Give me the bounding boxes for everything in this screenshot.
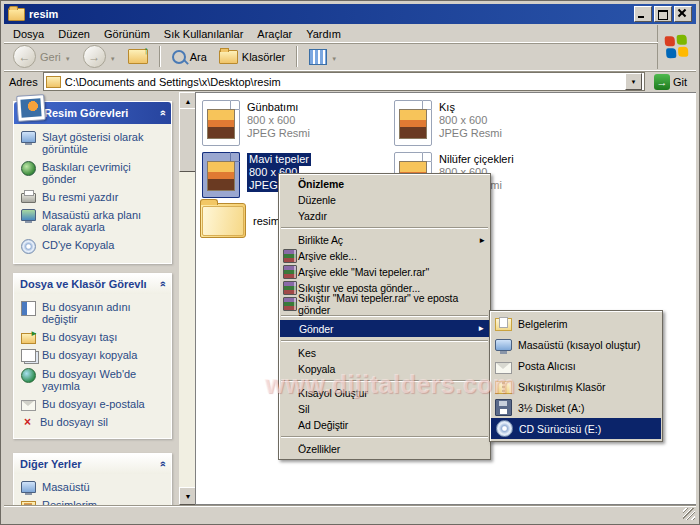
maximize-button[interactable] — [654, 6, 672, 22]
menu-item-open-with[interactable]: Birlikte Aç — [279, 232, 490, 248]
sendto-mail-recipient[interactable]: Posta Alıcısı — [490, 355, 662, 376]
winrar-icon — [283, 265, 297, 279]
file-kis[interactable]: Kış 800 x 600 JPEG Resmi — [394, 100, 502, 146]
go-icon — [654, 74, 670, 90]
minimize-button[interactable] — [634, 6, 652, 22]
back-label: Geri — [40, 51, 61, 63]
address-dropdown-button[interactable] — [625, 73, 642, 90]
sendto-floppy-a[interactable]: 3½ Disket (A:) — [490, 397, 662, 418]
task-copy-file[interactable]: Bu dosyayı kopyala — [21, 349, 167, 362]
menu-item-cut[interactable]: Kes — [279, 345, 490, 361]
menu-item-copy[interactable]: Kopyala — [279, 361, 490, 377]
up-button[interactable] — [123, 47, 153, 66]
views-dropdown-icon[interactable] — [331, 51, 337, 63]
task-rename-file[interactable]: Bu dosyanın adını değiştir — [21, 301, 167, 325]
email-icon — [21, 400, 36, 411]
task-set-as-background[interactable]: Masaüstü arka planı olarak ayarla — [21, 209, 167, 233]
title-bar[interactable]: resim — [4, 4, 696, 24]
desktop-icon — [495, 339, 512, 351]
sidebar-scrollbar[interactable] — [179, 92, 195, 505]
menu-item-compress-named-and-email[interactable]: Sıkıştır "Mavi tepeler.rar" ve eposta gö… — [279, 296, 490, 312]
file-type: JPEG Resmi — [439, 127, 502, 139]
search-button[interactable]: Ara — [167, 48, 212, 66]
folder-name: resim — [253, 214, 280, 228]
folder-resim[interactable]: resim — [200, 203, 280, 238]
file-name: Günbatımı — [247, 101, 298, 113]
collapse-chevron-icon[interactable] — [156, 281, 168, 287]
sendto-compressed-folder[interactable]: Sıkıştırılmış Klasör — [490, 376, 662, 397]
menu-item-create-shortcut[interactable]: Kısayol Oluştur — [279, 385, 490, 401]
menu-item-add-to-named-archive[interactable]: Arşive ekle "Mavi tepeler.rar" — [279, 264, 490, 280]
menu-separator — [281, 227, 488, 229]
forward-dropdown-icon[interactable] — [110, 51, 116, 63]
place-desktop[interactable]: Masaüstü — [21, 481, 167, 493]
back-button[interactable]: ← Geri — [8, 43, 76, 70]
collapse-chevron-icon[interactable] — [156, 110, 168, 116]
menu-item-preview[interactable]: Önizleme — [279, 176, 490, 192]
menu-item-add-to-archive[interactable]: Arşive ekle... — [279, 248, 490, 264]
resize-grip[interactable] — [683, 508, 695, 520]
menu-sik-kullanilanlar[interactable]: Sık Kullanılanlar — [157, 27, 251, 41]
windows-brand-band — [657, 25, 696, 69]
menu-item-edit[interactable]: Düzenle — [279, 192, 490, 208]
menu-gorunum[interactable]: Görünüm — [97, 27, 157, 41]
up-folder-icon — [128, 49, 148, 64]
back-dropdown-icon[interactable] — [65, 51, 71, 63]
window-title: resim — [29, 8, 58, 20]
cd-icon — [21, 239, 36, 254]
forward-button[interactable]: → — [78, 43, 121, 70]
sendto-cd-drive-e[interactable]: CD Sürücüsü (E:) — [491, 418, 661, 439]
desktop-background-icon — [21, 209, 36, 221]
picture-tasks-header[interactable]: Resim Görevleri — [14, 102, 171, 124]
menu-item-rename[interactable]: Ad Değiştir — [279, 417, 490, 433]
print-icon — [21, 193, 36, 203]
address-input[interactable]: C:\Documents and Settings\x\Desktop\resi… — [43, 72, 645, 91]
folders-icon — [219, 50, 238, 64]
sendto-desktop-shortcut[interactable]: Masaüstü (kısayol oluştur) — [490, 334, 662, 355]
search-icon — [172, 50, 186, 64]
windows-flag-icon — [665, 35, 690, 60]
forward-icon: → — [83, 45, 106, 68]
task-publish-web[interactable]: Bu dosyayı Web'de yayımla — [21, 368, 167, 392]
go-button[interactable]: Git — [650, 73, 691, 91]
task-slideshow[interactable]: Slayt gösterisi olarak görüntüle — [21, 131, 167, 155]
views-icon — [309, 49, 327, 65]
context-menu: Önizleme Düzenle Yazdır Birlikte Aç Arşi… — [278, 173, 491, 460]
address-folder-icon — [46, 76, 61, 88]
menu-item-print[interactable]: Yazdır — [279, 208, 490, 224]
sendto-my-documents[interactable]: Belgelerim — [490, 313, 662, 334]
move-icon — [21, 333, 36, 344]
menu-yardim[interactable]: Yardım — [299, 27, 348, 41]
web-publish-icon — [21, 368, 36, 383]
menu-item-properties[interactable]: Özellikler — [279, 441, 490, 457]
submenu-arrow-icon — [478, 236, 486, 245]
folder-icon — [200, 203, 246, 238]
file-name: Kış — [439, 101, 455, 113]
picture-tasks-title: Resim Görevleri — [44, 107, 128, 119]
menu-item-delete[interactable]: Sil — [279, 401, 490, 417]
menu-bar: Dosya Düzen Görünüm Sık Kullanılanlar Ar… — [4, 25, 658, 42]
file-dimensions: 800 x 600 — [439, 114, 487, 126]
address-bar: Adres C:\Documents and Settings\x\Deskto… — [4, 70, 696, 92]
other-places-header[interactable]: Diğer Yerler — [14, 454, 171, 474]
views-button[interactable] — [304, 47, 342, 67]
file-tasks-header[interactable]: Dosya ve Klasör Görevlı — [14, 274, 171, 294]
close-button[interactable] — [674, 6, 692, 22]
task-pane: Resim Görevleri Slayt gösterisi olarak g… — [4, 92, 179, 505]
task-move-file[interactable]: Bu dosyayı taşı — [21, 331, 167, 343]
task-delete-file[interactable]: Bu dosyayı sil — [21, 416, 167, 429]
mail-icon — [495, 362, 512, 374]
task-email-file[interactable]: Bu dosyayı e-postala — [21, 398, 167, 410]
file-gunbatimi[interactable]: Günbatımı 800 x 600 JPEG Resmi — [202, 100, 310, 146]
menu-duzen[interactable]: Düzen — [51, 27, 97, 41]
menu-araclar[interactable]: Araçlar — [250, 27, 299, 41]
task-copy-to-cd[interactable]: CD'ye Kopyala — [21, 239, 167, 254]
zip-folder-icon — [495, 381, 512, 394]
collapse-chevron-icon[interactable] — [156, 461, 168, 467]
menu-dosya[interactable]: Dosya — [6, 27, 51, 41]
task-order-prints[interactable]: Baskıları çevrimiçi gönder — [21, 161, 167, 185]
task-print-picture[interactable]: Bu resmi yazdır — [21, 191, 167, 203]
menu-item-send-to[interactable]: Gönder — [280, 320, 489, 337]
floppy-disk-icon — [495, 399, 512, 416]
folders-button[interactable]: Klasörler — [214, 48, 290, 66]
